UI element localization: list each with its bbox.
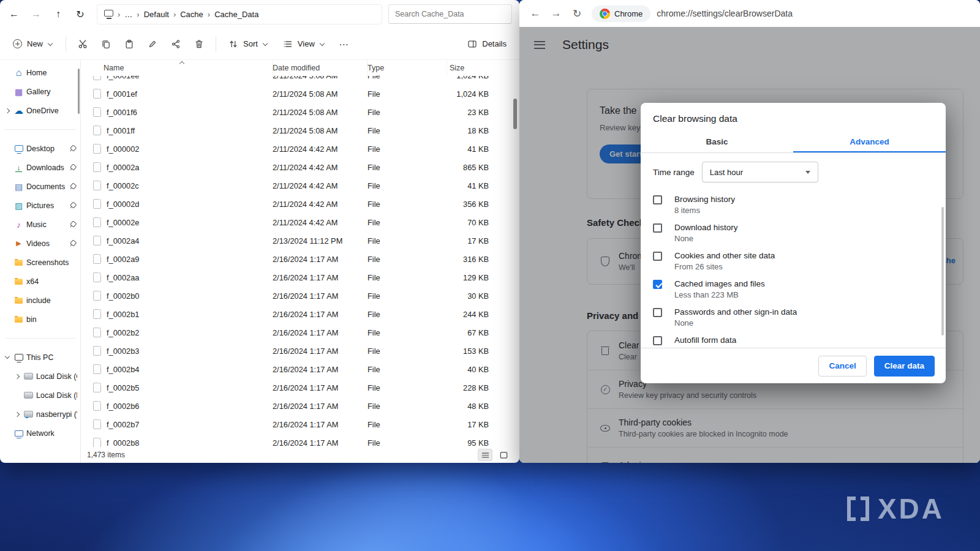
file-row[interactable]: f_0002b8 2/16/2024 1:17 AM File 95 KB: [81, 433, 519, 447]
tab-basic[interactable]: Basic: [641, 132, 793, 152]
sidebar-item[interactable]: Pictures: [1, 196, 79, 215]
sidebar-item[interactable]: Documents: [1, 177, 79, 196]
forward-button[interactable]: [26, 4, 47, 24]
up-button[interactable]: [48, 4, 69, 24]
share-button[interactable]: [165, 33, 187, 55]
cancel-button[interactable]: Cancel: [818, 356, 866, 377]
sidebar-item[interactable]: Home: [1, 63, 79, 82]
cut-button[interactable]: [72, 33, 94, 55]
checkbox[interactable]: [653, 223, 662, 233]
file-row[interactable]: f_0001ee 2/11/2024 5:08 AM File 1,024 KB: [81, 76, 519, 84]
breadcrumb-segment[interactable]: Default: [144, 10, 169, 19]
file-row[interactable]: f_00002d 2/11/2024 4:42 AM File 356 KB: [81, 195, 519, 213]
sidebar-item[interactable]: nasberrypi (\\1: [1, 405, 79, 424]
list-view-toggle[interactable]: [478, 449, 492, 461]
sidebar-item[interactable]: bin: [1, 310, 79, 329]
dialog-body: Time range Last hour Browsing history 8 …: [641, 153, 946, 348]
file-row[interactable]: f_0002a9 2/16/2024 1:17 AM File 316 KB: [81, 250, 519, 268]
breadcrumb-segment[interactable]: Cache_Data: [214, 10, 258, 19]
file-row[interactable]: f_0002b2 2/16/2024 1:17 AM File 67 KB: [81, 323, 519, 342]
sidebar-item[interactable]: Desktop: [1, 139, 79, 158]
file-date: 2/11/2024 5:08 AM: [273, 76, 368, 80]
time-range-select[interactable]: Last hour: [702, 162, 818, 182]
file-list-scrollbar[interactable]: [513, 99, 517, 129]
file-row[interactable]: f_00002c 2/11/2024 4:42 AM File 41 KB: [81, 176, 519, 195]
sidebar-item[interactable]: Local Disk (C:): [1, 367, 79, 386]
file-date: 2/11/2024 4:42 AM: [273, 163, 368, 172]
sidebar-item[interactable]: Screenshots: [1, 253, 79, 272]
sidebar-scrollbar[interactable]: [78, 69, 80, 114]
column-header-type[interactable]: Type: [368, 60, 447, 76]
column-header-size[interactable]: Size: [447, 60, 496, 76]
file-row[interactable]: f_0002b3 2/16/2024 1:17 AM File 153 KB: [81, 342, 519, 360]
file-row[interactable]: f_0002aa 2/16/2024 1:17 AM File 129 KB: [81, 268, 519, 287]
tab-advanced[interactable]: Advanced: [793, 132, 946, 152]
file-type: File: [368, 108, 447, 117]
details-button[interactable]: Details: [461, 33, 513, 55]
back-button[interactable]: [4, 4, 24, 24]
file-row[interactable]: f_0002b5 2/16/2024 1:17 AM File 228 KB: [81, 378, 519, 397]
checkbox[interactable]: [653, 280, 662, 289]
view-button[interactable]: View: [276, 33, 332, 55]
sidebar-item[interactable]: This PC: [1, 348, 79, 367]
file-row[interactable]: f_0002b0 2/16/2024 1:17 AM File 30 KB: [81, 287, 519, 305]
sidebar-item[interactable]: Local Disk (E:): [1, 386, 79, 405]
chrome-forward-button[interactable]: [548, 5, 565, 22]
sidebar-item[interactable]: Downloads: [1, 158, 79, 177]
clear-data-option[interactable]: Browsing history 8 items: [653, 191, 933, 219]
expand-chevron-icon[interactable]: [14, 411, 21, 418]
sidebar-item[interactable]: OneDrive: [1, 101, 79, 120]
chrome-back-button[interactable]: [527, 5, 544, 22]
sidebar-item[interactable]: Gallery: [1, 82, 79, 101]
clear-data-option[interactable]: Cookies and other site data From 26 site…: [653, 247, 933, 276]
sidebar-item[interactable]: Videos: [1, 234, 79, 253]
breadcrumb-segment[interactable]: Cache: [180, 10, 203, 19]
expand-chevron-icon[interactable]: [4, 107, 11, 114]
file-row[interactable]: f_0001f6 2/11/2024 5:08 AM File 23 KB: [81, 103, 519, 121]
file-row[interactable]: f_0001ef 2/11/2024 5:08 AM File 1,024 KB: [81, 84, 519, 103]
checkbox[interactable]: [653, 195, 662, 204]
address-bar[interactable]: chrome://settings/clearBrowserData: [657, 9, 793, 18]
rename-button[interactable]: [141, 33, 164, 55]
new-button[interactable]: New: [6, 33, 60, 55]
file-row[interactable]: f_0002b6 2/16/2024 1:17 AM File 48 KB: [81, 397, 519, 415]
column-header-date[interactable]: Date modified: [273, 60, 368, 76]
sidebar-item[interactable]: Network: [1, 424, 79, 443]
refresh-button[interactable]: [70, 4, 91, 24]
sidebar-item[interactable]: include: [1, 291, 79, 310]
sort-button[interactable]: Sort: [222, 33, 275, 55]
expand-chevron-icon[interactable]: [4, 354, 11, 361]
paste-button[interactable]: [118, 33, 140, 55]
thumbnail-view-toggle[interactable]: [496, 449, 511, 461]
file-row[interactable]: f_0002b4 2/16/2024 1:17 AM File 40 KB: [81, 360, 519, 378]
chrome-reload-button[interactable]: [568, 5, 586, 22]
search-input[interactable]: [388, 4, 512, 24]
sidebar-item[interactable]: Music: [1, 215, 79, 234]
file-row[interactable]: f_0002b7 2/16/2024 1:17 AM File 17 KB: [81, 415, 519, 433]
breadcrumb-collapsed[interactable]: …: [124, 10, 132, 19]
file-row[interactable]: f_0002a4 2/13/2024 11:12 PM File 17 KB: [81, 231, 519, 250]
checkbox[interactable]: [653, 252, 662, 261]
dialog-scrollbar[interactable]: [941, 207, 944, 335]
file-row[interactable]: f_00002a 2/11/2024 4:42 AM File 865 KB: [81, 158, 519, 176]
more-options-button[interactable]: [333, 33, 355, 55]
clear-data-option[interactable]: Cached images and files Less than 223 MB: [653, 276, 933, 304]
clear-data-option[interactable]: Download history None: [653, 219, 933, 247]
file-row[interactable]: f_0001ff 2/11/2024 5:08 AM File 18 KB: [81, 121, 519, 140]
file-row[interactable]: f_0002b1 2/16/2024 1:17 AM File 244 KB: [81, 305, 519, 323]
checkbox[interactable]: [653, 336, 662, 345]
file-row[interactable]: f_000002 2/11/2024 4:42 AM File 41 KB: [81, 140, 519, 158]
clear-data-option[interactable]: Autofill form data: [653, 332, 933, 348]
file-row[interactable]: f_00002e 2/11/2024 4:42 AM File 70 KB: [81, 213, 519, 231]
copy-button[interactable]: [95, 33, 117, 55]
clear-data-button[interactable]: Clear data: [874, 356, 935, 377]
column-header-name[interactable]: Name: [93, 60, 273, 76]
clear-data-option[interactable]: Passwords and other sign-in data None: [653, 304, 933, 332]
chrome-site-badge[interactable]: Chrome: [592, 6, 650, 22]
address-breadcrumb[interactable]: … Default Cache Cache_Data: [97, 4, 382, 24]
expand-chevron-icon[interactable]: [14, 373, 21, 380]
checkbox[interactable]: [653, 308, 662, 317]
sidebar-item[interactable]: x64: [1, 272, 79, 291]
file-type: File: [368, 365, 447, 374]
delete-button[interactable]: [188, 33, 210, 55]
